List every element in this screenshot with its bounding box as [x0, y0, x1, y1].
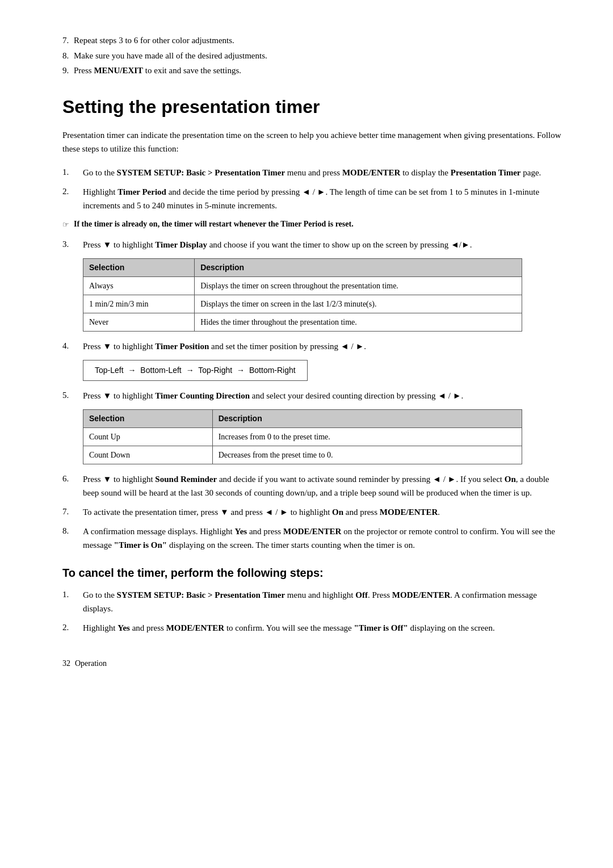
footer-section: Operation — [75, 657, 107, 669]
note-box: ☞ If the timer is already on, the timer … — [62, 218, 562, 230]
step-content: Press ▼ to highlight Timer Display and c… — [83, 238, 562, 251]
arrow: → — [237, 366, 245, 375]
step-num: 5. — [62, 389, 83, 402]
footer: 32 Operation — [62, 657, 562, 669]
table-header-description: Description — [195, 259, 522, 277]
step-content: Go to the SYSTEM SETUP: Basic > Presenta… — [83, 166, 562, 179]
main-steps-continued: 3. Press ▼ to highlight Timer Display an… — [62, 238, 562, 251]
step-content: To activate the presentation timer, pres… — [83, 505, 562, 519]
table-row: Always Displays the timer on screen thro… — [83, 277, 522, 295]
list-item: 8. Make sure you have made all of the de… — [62, 49, 562, 62]
list-item: 9. Press MENU/EXIT to exit and save the … — [62, 64, 562, 77]
table-cell-count-up: Count Up — [83, 428, 213, 446]
table-cell: Displays the timer on screen in the last… — [195, 295, 522, 313]
step-1: 1. Go to the SYSTEM SETUP: Basic > Prese… — [62, 166, 562, 179]
table-cell: Decreases from the preset time to 0. — [212, 446, 522, 464]
cancel-step-2: 2. Highlight Yes and press MODE/ENTER to… — [62, 621, 562, 635]
table-cell: Increases from 0 to the preset time. — [212, 428, 522, 446]
step-num: 4. — [62, 339, 83, 353]
step-6: 6. Press ▼ to highlight Sound Reminder a… — [62, 472, 562, 500]
table-cell: 1 min/2 min/3 min — [83, 295, 195, 313]
step-num: 2. — [62, 185, 83, 212]
step-4: 4. Press ▼ to highlight Timer Position a… — [62, 339, 562, 353]
cancel-section: To cancel the timer, perform the followi… — [62, 564, 562, 635]
note-text: If the timer is already on, the timer wi… — [74, 218, 354, 230]
arrow: → — [128, 366, 136, 375]
top-list: 7. Repeat steps 3 to 6 for other color a… — [62, 34, 562, 77]
list-num: 9. — [62, 64, 69, 77]
main-steps-6: 6. Press ▼ to highlight Sound Reminder a… — [62, 472, 562, 552]
cancel-step-1: 1. Go to the SYSTEM SETUP: Basic > Prese… — [62, 588, 562, 615]
cancel-heading: To cancel the timer, perform the followi… — [62, 564, 562, 581]
step-5: 5. Press ▼ to highlight Timer Counting D… — [62, 389, 562, 402]
step-2: 2. Highlight Timer Period and decide the… — [62, 185, 562, 212]
step-num: 3. — [62, 238, 83, 251]
step-num: 1. — [62, 166, 83, 179]
timer-display-table: Selection Description Always Displays th… — [83, 258, 522, 332]
step-num: 2. — [62, 621, 83, 635]
step-8: 8. A confirmation message displays. High… — [62, 525, 562, 552]
step-3: 3. Press ▼ to highlight Timer Display an… — [62, 238, 562, 251]
counting-direction-table: Selection Description Count Up Increases… — [83, 409, 522, 464]
list-item: 7. Repeat steps 3 to 6 for other color a… — [62, 34, 562, 47]
step-num: 6. — [62, 472, 83, 500]
table-header-selection: Selection — [83, 259, 195, 277]
step-content: Highlight Timer Period and decide the ti… — [83, 185, 562, 212]
page-number: 32 — [62, 657, 70, 669]
main-steps-5: 5. Press ▼ to highlight Timer Counting D… — [62, 389, 562, 402]
step-num: 8. — [62, 525, 83, 552]
table-cell: Displays the timer on screen throughout … — [195, 277, 522, 295]
arrow: → — [186, 366, 194, 375]
table-row: Count Up Increases from 0 to the preset … — [83, 428, 522, 446]
step-content: Go to the SYSTEM SETUP: Basic > Presenta… — [83, 588, 562, 615]
cancel-steps: 1. Go to the SYSTEM SETUP: Basic > Prese… — [62, 588, 562, 635]
table-header-description: Description — [212, 410, 522, 428]
step-num: 1. — [62, 588, 83, 615]
table-cell-count-down: Count Down — [83, 446, 213, 464]
step-content: Press ▼ to highlight Sound Reminder and … — [83, 472, 562, 500]
note-icon: ☞ — [62, 219, 69, 230]
table-cell: Never — [83, 313, 195, 332]
table-cell: Hides the timer throughout the presentat… — [195, 313, 522, 332]
table-header-selection: Selection — [83, 410, 213, 428]
table-cell: Always — [83, 277, 195, 295]
position-diagram: Top-Left → Bottom-Left → Top-Right → Bot… — [83, 360, 308, 381]
section-title: Setting the presentation timer — [62, 93, 562, 120]
main-steps-4: 4. Press ▼ to highlight Timer Position a… — [62, 339, 562, 353]
intro-text: Presentation timer can indicate the pres… — [62, 128, 562, 156]
main-steps: 1. Go to the SYSTEM SETUP: Basic > Prese… — [62, 166, 562, 212]
list-num: 7. — [62, 34, 69, 47]
step-content: Highlight Yes and press MODE/ENTER to co… — [83, 621, 562, 635]
table-row: Count Down Decreases from the preset tim… — [83, 446, 522, 464]
step-content: A confirmation message displays. Highlig… — [83, 525, 562, 552]
step-content: Press ▼ to highlight Timer Counting Dire… — [83, 389, 562, 402]
step-content: Press ▼ to highlight Timer Position and … — [83, 339, 562, 353]
table-row: Never Hides the timer throughout the pre… — [83, 313, 522, 332]
step-num: 7. — [62, 505, 83, 519]
step-7: 7. To activate the presentation timer, p… — [62, 505, 562, 519]
list-num: 8. — [62, 49, 69, 62]
table-row: 1 min/2 min/3 min Displays the timer on … — [83, 295, 522, 313]
